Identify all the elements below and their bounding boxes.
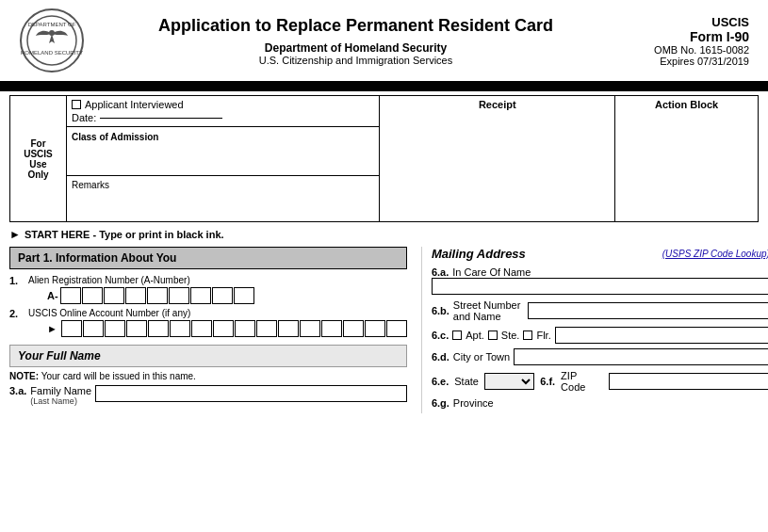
- a-seg-6[interactable]: [169, 287, 189, 304]
- field1-label: Alien Registration Number (A-Number): [28, 275, 254, 285]
- field6g-group: 6.g. Province: [432, 397, 768, 409]
- applicant-interviewed-cell: Applicant Interviewed Date:: [67, 96, 380, 127]
- header-title-block: Application to Replace Permanent Residen…: [85, 16, 627, 66]
- ste-label: Ste.: [501, 330, 520, 341]
- field2-number: 2.: [9, 308, 25, 319]
- account-arrow: ►: [47, 323, 57, 334]
- applicant-interviewed-text: Applicant Interviewed: [85, 99, 184, 110]
- left-column: Part 1. Information About You 1. Alien R…: [9, 247, 412, 413]
- form-main-title: Application to Replace Permanent Residen…: [85, 16, 627, 36]
- acct-8[interactable]: [213, 320, 234, 337]
- field6ef-group: 6.e. State AL AK AZ CA NY TX 6.f. ZIP Co…: [432, 370, 768, 393]
- a-number-container: A-: [47, 287, 254, 304]
- part1-header: Part 1. Information About You: [9, 247, 407, 269]
- arrow-icon: ►: [9, 228, 21, 241]
- field6d-input[interactable]: [514, 348, 768, 365]
- svg-text:DEPARTMENT OF: DEPARTMENT OF: [28, 22, 76, 27]
- class-of-admission-label: Class of Admission: [72, 130, 374, 144]
- field6c-number: 6.c.: [432, 330, 449, 341]
- account-container: ►: [47, 320, 407, 337]
- apt-checkbox[interactable]: [452, 330, 462, 340]
- acct-12[interactable]: [300, 320, 320, 337]
- acct-13[interactable]: [321, 320, 342, 337]
- field6b-input[interactable]: [528, 302, 768, 319]
- a-seg-9[interactable]: [234, 287, 254, 304]
- field1-content: Alien Registration Number (A-Number) A-: [28, 275, 254, 304]
- a-seg-2[interactable]: [82, 287, 103, 304]
- family-name-label: Family Name: [30, 385, 91, 396]
- account-number-input[interactable]: [61, 320, 407, 337]
- expiry-date: Expires 07/31/2019: [627, 56, 749, 67]
- uscis-use-only-label: ForUSCISUseOnly: [10, 96, 67, 222]
- field2-group: 2. USCIS Online Account Number (if any) …: [9, 308, 407, 337]
- header-subsubtitle: U.S. Citizenship and Immigration Service…: [85, 55, 627, 66]
- acct-14[interactable]: [343, 320, 364, 337]
- uscis-use-only-table: ForUSCISUseOnly Applicant Interviewed Da…: [9, 95, 759, 222]
- action-block-cell: Action Block: [615, 96, 759, 222]
- acct-3[interactable]: [105, 320, 125, 337]
- acct-15[interactable]: [365, 320, 385, 337]
- acct-11[interactable]: [278, 320, 299, 337]
- a-seg-5[interactable]: [147, 287, 168, 304]
- acct-1[interactable]: [61, 320, 82, 337]
- field6b-label1: Street Number: [453, 299, 521, 311]
- field2-content: USCIS Online Account Number (if any) ►: [28, 308, 407, 337]
- field6c-input[interactable]: [555, 327, 768, 344]
- usps-zip-link[interactable]: (USPS ZIP Code Lookup): [662, 249, 768, 259]
- field1-number: 1.: [9, 275, 25, 286]
- applicant-interviewed-checkbox[interactable]: [72, 100, 81, 109]
- field6a-group: 6.a. In Care Of Name: [432, 266, 768, 295]
- flr-checkbox[interactable]: [523, 330, 532, 340]
- field6a-input[interactable]: [432, 278, 768, 295]
- uscis-label: USCIS: [627, 15, 749, 29]
- field1-group: 1. Alien Registration Number (A-Number) …: [9, 275, 407, 304]
- field6b-label2: and Name: [453, 311, 521, 322]
- zip-input[interactable]: [609, 373, 768, 390]
- remarks-label: Remarks: [72, 180, 109, 190]
- a-seg-4[interactable]: [125, 287, 146, 304]
- acct-6[interactable]: [170, 320, 190, 337]
- family-name-label-block: 3.a. Family Name (Last Name): [9, 385, 91, 406]
- a-number-input[interactable]: [60, 287, 254, 304]
- class-of-admission-cell: Class of Admission: [67, 127, 380, 176]
- family-name-input[interactable]: [95, 385, 407, 402]
- a-seg-3[interactable]: [104, 287, 124, 304]
- ste-checkbox[interactable]: [488, 330, 498, 340]
- field6d-label: City or Town: [453, 351, 510, 363]
- acct-4[interactable]: [126, 320, 147, 337]
- field6f-label: ZIP Code: [561, 370, 603, 393]
- date-line: [100, 118, 222, 119]
- field6d-number: 6.d.: [432, 351, 449, 363]
- mailing-title: Mailing Address: [432, 247, 526, 261]
- acct-5[interactable]: [148, 320, 169, 337]
- field6a-label: In Care Of Name: [452, 266, 531, 278]
- apt-label: Apt.: [466, 330, 484, 341]
- field6b-number: 6.b.: [432, 305, 449, 316]
- acct-16[interactable]: [386, 320, 407, 337]
- receipt-cell: Receipt: [380, 96, 615, 222]
- acct-2[interactable]: [83, 320, 104, 337]
- field6f-number: 6.f.: [540, 376, 555, 387]
- header-right: USCIS Form I-90 OMB No. 1615-0082 Expire…: [627, 15, 749, 67]
- remarks-cell: Remarks: [67, 176, 380, 222]
- a-seg-1[interactable]: [60, 287, 81, 304]
- acct-9[interactable]: [235, 320, 255, 337]
- acct-7[interactable]: [191, 320, 212, 337]
- note-text: NOTE: Your card will be issued in this n…: [9, 371, 407, 381]
- acct-10[interactable]: [256, 320, 277, 337]
- svg-text:HOMELAND SECURITY: HOMELAND SECURITY: [21, 50, 83, 56]
- field6c-group: 6.c. Apt. Ste. Flr.: [432, 327, 768, 344]
- field2-label: USCIS Online Account Number (if any): [28, 308, 407, 318]
- svg-point-4: [49, 30, 55, 36]
- a-seg-8[interactable]: [212, 287, 233, 304]
- a-prefix: A-: [47, 290, 58, 301]
- family-name-group: 3.a. Family Name (Last Name): [9, 385, 407, 406]
- field6a-number: 6.a.: [432, 266, 449, 278]
- main-content: Part 1. Information About You 1. Alien R…: [0, 247, 768, 413]
- header-subtitle: Department of Homeland Security: [85, 41, 627, 55]
- state-select[interactable]: AL AK AZ CA NY TX: [484, 373, 534, 390]
- field6e-number: 6.e.: [432, 376, 449, 387]
- header-divider: [0, 84, 768, 91]
- a-seg-7[interactable]: [190, 287, 211, 304]
- start-here-text: START HERE - Type or print in black ink.: [25, 229, 224, 240]
